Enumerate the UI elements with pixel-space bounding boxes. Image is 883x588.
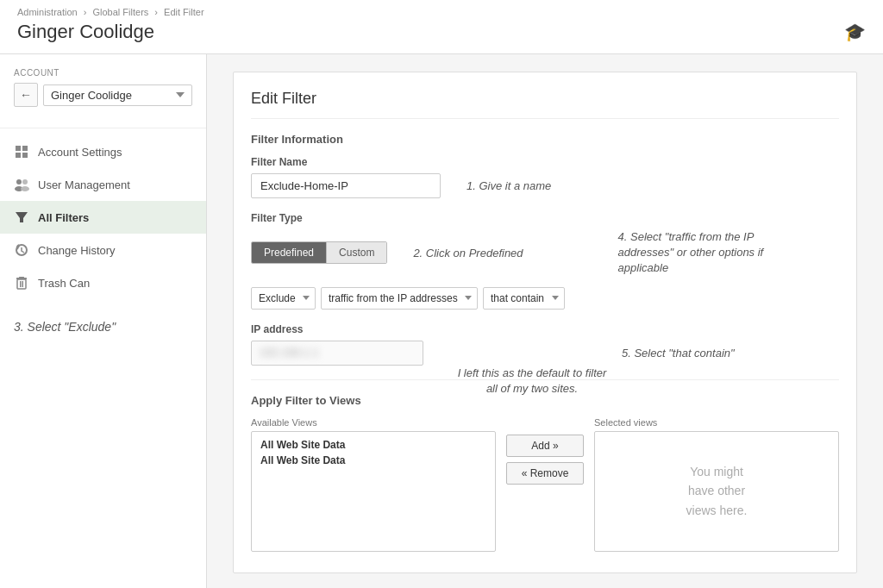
sidebar-item-all-filters[interactable]: All Filters: [0, 201, 206, 234]
selected-views-label: Selected views: [594, 417, 839, 428]
svg-rect-14: [19, 277, 24, 278]
sidebar-item-trash-can-label: Trash Can: [38, 277, 90, 290]
traffic-dropdown[interactable]: traffic from the IP addresses: [321, 287, 478, 310]
history-icon: [14, 242, 29, 258]
sidebar-item-user-management[interactable]: User Management: [0, 168, 206, 201]
sidebar-item-account-settings-label: Account Settings: [38, 146, 122, 159]
annotation-step5: 5. Select "that contain": [622, 347, 735, 360]
annotation-step3: 3. Select "Exclude": [0, 299, 206, 334]
people-icon: [14, 177, 29, 192]
edit-filter-panel: Edit Filter Filter Information Filter Na…: [233, 72, 857, 573]
graduation-icon: 🎓: [844, 22, 866, 42]
breadcrumb-edit-filter: Edit Filter: [164, 7, 204, 17]
svg-point-7: [21, 186, 29, 191]
filter-type-label: Filter Type: [251, 212, 839, 224]
grid-icon: [14, 144, 29, 160]
account-select[interactable]: Ginger Coolidge: [43, 84, 192, 106]
sidebar-item-change-history[interactable]: Change History: [0, 234, 206, 266]
breadcrumb-admin: Administration: [17, 7, 78, 17]
trash-icon: [14, 275, 29, 291]
views-layout: Available Views All Web Site Data All We…: [251, 417, 839, 555]
exclude-dropdown[interactable]: Exclude: [251, 287, 316, 310]
available-views-label: Available Views: [251, 417, 496, 428]
filter-type-toggle: Predefined Custom: [251, 241, 387, 264]
sidebar: ACCOUNT ← Ginger Coolidge Account Settin…: [0, 54, 207, 588]
remove-button[interactable]: « Remove: [506, 462, 584, 485]
svg-rect-1: [22, 146, 28, 151]
sidebar-account-section: ACCOUNT ← Ginger Coolidge: [0, 68, 206, 121]
svg-marker-8: [16, 212, 28, 222]
top-header: Administration › Global Filters › Edit F…: [0, 0, 883, 54]
annotation-step1: 1. Give it a name: [467, 179, 551, 192]
available-view-item-1[interactable]: All Web Site Data: [257, 453, 490, 468]
annotation-step4: 4. Select "traffic from the IP addresses…: [618, 229, 791, 277]
panel-title: Edit Filter: [251, 90, 839, 119]
sidebar-item-trash-can[interactable]: Trash Can: [0, 266, 206, 299]
sidebar-account-select-wrapper: ← Ginger Coolidge: [14, 83, 192, 107]
svg-rect-11: [20, 281, 22, 287]
svg-rect-10: [17, 279, 26, 289]
annotation-step2: 2. Click on Predefined: [413, 247, 523, 260]
svg-point-4: [16, 179, 22, 185]
contain-dropdown[interactable]: that contain: [483, 287, 565, 310]
filter-information-label: Filter Information: [251, 133, 839, 146]
svg-rect-3: [22, 153, 28, 158]
svg-rect-12: [22, 281, 24, 287]
selected-views-area: You mighthave otherviews here.: [594, 431, 839, 552]
ip-address-input[interactable]: [251, 341, 423, 366]
selected-views-hint: You mighthave otherviews here.: [686, 462, 748, 520]
sidebar-item-account-settings[interactable]: Account Settings: [0, 135, 206, 168]
breadcrumb: Administration › Global Filters › Edit F…: [17, 7, 866, 17]
main-content: Edit Filter Filter Information Filter Na…: [207, 54, 883, 588]
sidebar-account-label: ACCOUNT: [14, 68, 192, 78]
header-row: Ginger Coolidge 🎓: [17, 21, 866, 43]
breadcrumb-sep-1: ›: [84, 7, 90, 17]
sidebar-item-all-filters-label: All Filters: [38, 211, 89, 224]
filter-name-label: Filter Name: [251, 156, 839, 168]
predefined-btn[interactable]: Predefined: [252, 242, 327, 263]
sidebar-divider: [0, 128, 206, 128]
page-title: Ginger Coolidge: [17, 21, 154, 43]
main-layout: ACCOUNT ← Ginger Coolidge Account Settin…: [0, 54, 883, 588]
svg-rect-0: [16, 146, 21, 151]
breadcrumb-global-filters: Global Filters: [93, 7, 149, 17]
sidebar-item-user-management-label: User Management: [38, 178, 130, 191]
svg-rect-2: [16, 153, 21, 158]
filter-name-group: Filter Name 1. Give it a name: [251, 156, 839, 198]
annotation-default-note: I left this as the default to filter all…: [454, 366, 610, 397]
ip-address-group: IP address 192.168.1.1 5. Select "that c…: [251, 323, 839, 366]
filter-icon: [14, 210, 29, 225]
custom-btn[interactable]: Custom: [327, 242, 386, 263]
ip-address-label: IP address: [251, 323, 839, 335]
available-views-box: Available Views All Web Site Data All We…: [251, 417, 496, 552]
apply-filter-section: Apply Filter to Views Available Views Al…: [251, 394, 839, 555]
sidebar-item-change-history-label: Change History: [38, 244, 116, 257]
filter-type-group: Filter Type Predefined Custom 2. Click o…: [251, 212, 839, 310]
back-button[interactable]: ←: [14, 83, 38, 107]
selected-views-box: Selected views You mighthave otherviews …: [594, 417, 839, 555]
available-view-item-0[interactable]: All Web Site Data: [257, 437, 490, 453]
svg-point-6: [22, 179, 28, 185]
breadcrumb-sep-2: ›: [154, 7, 160, 17]
filter-row: Exclude traffic from the IP addresses th…: [251, 287, 839, 310]
filter-name-input[interactable]: [251, 173, 441, 198]
add-button[interactable]: Add »: [506, 435, 584, 457]
available-views-list: All Web Site Data All Web Site Data: [251, 431, 496, 552]
